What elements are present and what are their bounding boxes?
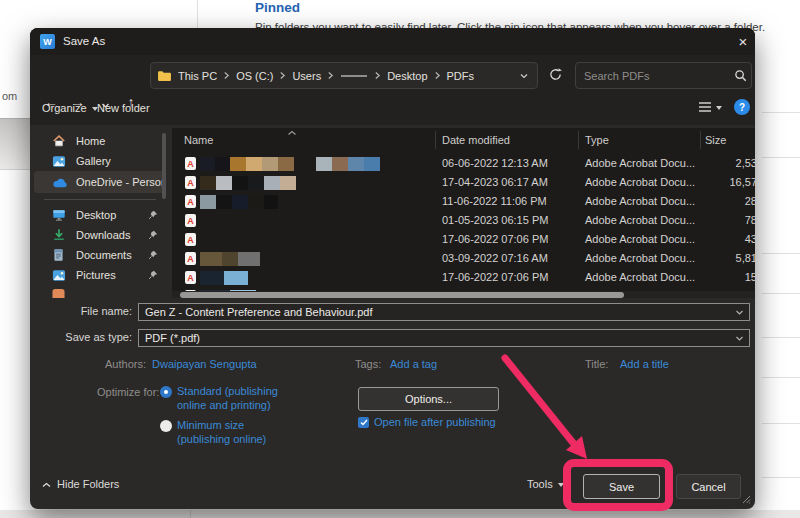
file-date-modified: 17-06-2022 07:06 PM — [442, 268, 548, 287]
save-as-type-value[interactable]: PDF (*.pdf) — [139, 332, 735, 344]
sidebar-separator — [34, 193, 170, 205]
file-size: 15 — [700, 268, 755, 287]
sidebar-item-partial[interactable] — [34, 285, 166, 298]
column-divider[interactable] — [700, 131, 701, 149]
standard-radio-label-line1[interactable]: Standard (publishing — [177, 385, 278, 397]
address-dropdown-chevron-icon[interactable] — [519, 72, 531, 80]
open-file-after-publishing-label[interactable]: Open file after publishing — [374, 416, 496, 428]
breadcrumb-item[interactable]: OS (C:) — [232, 70, 277, 82]
file-row[interactable]: A17-06-2022 07:06 PMAdobe Acrobat Docu..… — [172, 230, 755, 249]
sidebar-item-label: Home — [76, 135, 166, 147]
redacted-filename — [200, 176, 296, 190]
sidebar-item-gallery[interactable]: Gallery — [34, 151, 166, 171]
breadcrumb-item[interactable]: Users — [288, 70, 325, 82]
help-button[interactable]: ? — [734, 99, 750, 115]
file-name-field[interactable]: Gen Z - Content Preference and Behaviour… — [138, 303, 750, 321]
search-input[interactable] — [576, 70, 734, 82]
pin-icon — [148, 230, 160, 240]
column-header-name[interactable]: Name — [184, 134, 213, 146]
add-title-link[interactable]: Add a title — [620, 358, 669, 370]
sidebar-item-desktop[interactable]: Desktop — [34, 205, 166, 225]
breadcrumb-item[interactable]: PDFs — [443, 70, 479, 82]
pdf-file-icon: A — [185, 252, 196, 265]
cancel-button[interactable]: Cancel — [676, 474, 741, 499]
sidebar-item-label: Downloads — [76, 229, 148, 241]
sidebar-scrollbar[interactable] — [162, 133, 166, 199]
refresh-icon[interactable] — [548, 67, 563, 84]
pdf-file-icon: A — [185, 271, 196, 284]
standard-radio[interactable] — [160, 386, 172, 398]
file-type: Adobe Acrobat Docu... — [585, 192, 695, 211]
webpage-gridline — [762, 112, 800, 113]
sidebar-item-home[interactable]: Home — [34, 131, 166, 151]
save-as-type-field[interactable]: PDF (*.pdf) — [138, 329, 750, 347]
organize-button[interactable]: Organize — [42, 102, 98, 114]
chevron-down-icon — [558, 483, 564, 487]
webpage-heading: Pinned — [255, 0, 300, 15]
add-tag-link[interactable]: Add a tag — [390, 358, 437, 370]
save-button[interactable]: Save — [583, 474, 660, 499]
dialog-titlebar[interactable]: W Save As × — [30, 28, 755, 55]
sidebar-item-label: Gallery — [76, 155, 166, 167]
breadcrumb-redacted-user[interactable] — [341, 75, 367, 77]
column-header-type[interactable]: Type — [585, 134, 609, 146]
sidebar-item-label: Pictures — [76, 269, 148, 281]
chevron-down-icon — [716, 106, 722, 110]
redacted-filename — [200, 157, 380, 171]
file-type: Adobe Acrobat Docu... — [585, 211, 695, 230]
minimum-size-radio[interactable] — [160, 420, 172, 432]
horizontal-scrollbar-thumb[interactable] — [180, 292, 624, 298]
minimum-size-radio-label-line1[interactable]: Minimum size — [177, 419, 244, 431]
close-icon[interactable]: × — [732, 30, 754, 52]
hide-folders-button[interactable]: Hide Folders — [42, 478, 119, 490]
chevron-down-icon[interactable] — [735, 335, 749, 342]
file-row[interactable]: A11-06-2022 11:06 PMAdobe Acrobat Docu..… — [172, 192, 755, 211]
file-size: 16,57 — [700, 173, 755, 192]
open-file-after-publishing-checkbox[interactable] — [358, 417, 369, 428]
options-button[interactable]: Options... — [358, 387, 499, 411]
chevron-right-icon[interactable] — [372, 71, 383, 80]
sidebar: HomeGalleryOneDrive - PersonDesktopDownl… — [34, 125, 170, 298]
sort-ascending-icon[interactable] — [287, 128, 297, 138]
chevron-right-icon[interactable] — [221, 71, 232, 80]
chevron-right-icon[interactable] — [325, 71, 336, 80]
file-row[interactable]: A17-04-2023 06:17 AMAdobe Acrobat Docu..… — [172, 173, 755, 192]
breadcrumb-item[interactable]: Desktop — [383, 70, 431, 82]
pdf-file-icon: A — [185, 214, 196, 227]
file-name-value[interactable]: Gen Z - Content Preference and Behaviour… — [139, 306, 735, 318]
onedrive-icon — [52, 175, 68, 189]
sidebar-item-pictures[interactable]: Pictures — [34, 265, 166, 285]
chevron-up-icon — [42, 478, 51, 490]
webpage-gridline — [762, 423, 800, 424]
resize-grip[interactable] — [742, 494, 751, 506]
authors-value[interactable]: Dwaipayan Sengupta — [152, 358, 257, 370]
chevron-right-icon[interactable] — [432, 71, 443, 80]
file-row[interactable]: A03-09-2022 07:16 AMAdobe Acrobat Docu..… — [172, 249, 755, 268]
new-folder-button[interactable]: New folder — [97, 102, 150, 114]
horizontal-scrollbar[interactable] — [172, 291, 755, 298]
file-date-modified: 17-04-2023 06:17 AM — [442, 173, 548, 192]
search-icon[interactable] — [734, 69, 755, 82]
column-header-size[interactable]: Size — [705, 134, 726, 146]
chevron-right-icon[interactable] — [277, 71, 288, 80]
column-header-date-modified[interactable]: Date modified — [442, 134, 510, 146]
file-row[interactable]: A06-06-2022 12:13 AMAdobe Acrobat Docu..… — [172, 154, 755, 173]
column-divider[interactable] — [578, 131, 579, 149]
pin-icon — [148, 210, 160, 220]
address-bar[interactable]: This PCOS (C:)UsersDesktopPDFs — [150, 62, 538, 89]
file-date-modified: 03-09-2022 07:16 AM — [442, 249, 548, 268]
tools-button[interactable]: Tools — [527, 478, 564, 490]
file-row[interactable]: A01-05-2023 06:15 PMAdobe Acrobat Docu..… — [172, 211, 755, 230]
view-options-button[interactable] — [698, 101, 722, 115]
sidebar-item-downloads[interactable]: Downloads — [34, 225, 166, 245]
column-divider[interactable] — [435, 131, 436, 149]
sidebar-item-onedrive-person[interactable]: OneDrive - Person — [34, 171, 166, 193]
breadcrumb-item[interactable]: This PC — [174, 70, 221, 82]
search-box[interactable] — [575, 62, 752, 89]
file-size: 2,53 — [700, 154, 755, 173]
file-row[interactable]: A17-06-2022 07:06 PMAdobe Acrobat Docu..… — [172, 268, 755, 287]
chevron-down-icon[interactable] — [735, 309, 749, 316]
file-type: Adobe Acrobat Docu... — [585, 154, 695, 173]
desktop-icon — [52, 208, 68, 222]
sidebar-item-documents[interactable]: Documents — [34, 245, 166, 265]
